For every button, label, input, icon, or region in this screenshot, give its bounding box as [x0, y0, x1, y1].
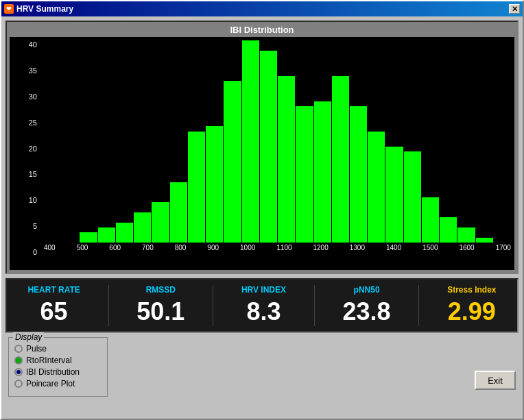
title-bar: ❤ HRV Summary ✕: [1, 1, 523, 16]
stat-value: 8.3: [246, 297, 281, 326]
close-button[interactable]: ✕: [509, 4, 520, 14]
stat-item: RMSSD50.1: [136, 285, 184, 326]
stat-divider: [213, 285, 213, 326]
bar: [134, 212, 151, 243]
stat-value: 50.1: [136, 297, 184, 326]
exit-button[interactable]: Exit: [475, 371, 516, 390]
x-axis: 400 500 600 700 800 900 1000 1100 1200 1…: [40, 243, 514, 256]
radio-item[interactable]: Poincare Plot: [14, 379, 100, 388]
radio-label: Pulse: [26, 344, 47, 354]
bar: [385, 147, 403, 243]
bar: [170, 182, 187, 243]
bar: [224, 81, 241, 243]
bar: [457, 227, 475, 243]
app-icon: ❤: [4, 4, 14, 14]
group-legend: Display: [13, 332, 44, 342]
bottom-area: Display PulseRtoRIntervalIBI Distributio…: [5, 337, 519, 397]
stat-label: HRV INDEX: [241, 285, 286, 295]
radio-circle: [14, 380, 23, 388]
bar: [152, 202, 169, 243]
bar: [314, 101, 331, 243]
bar: [260, 51, 277, 243]
chart-container: 40 35 30 25 20 15 10 5 0 400 500: [10, 37, 514, 270]
radio-circle: [14, 356, 23, 365]
content-area: IBI Distribution 40 35 30 25 20 15 10 5 …: [1, 16, 523, 401]
bar: [422, 197, 439, 243]
radio-label: Poincare Plot: [26, 379, 75, 388]
radio-item[interactable]: IBI Distribution: [14, 367, 100, 377]
stat-label: Stress Index: [447, 285, 496, 295]
y-axis: 40 35 30 25 20 15 10 5 0: [10, 37, 40, 270]
radio-circle: [14, 368, 23, 376]
stat-divider: [418, 285, 419, 326]
bar: [350, 106, 367, 243]
stat-item: Stress Index2.99: [447, 285, 496, 326]
stat-item: HRV INDEX8.3: [241, 285, 286, 326]
stat-value: 2.99: [448, 297, 496, 326]
chart-title: IBI Distribution: [10, 25, 514, 35]
bar: [242, 40, 259, 243]
bar: [404, 151, 421, 243]
stat-item: HEART RATE65: [27, 285, 80, 326]
bar: [440, 217, 457, 243]
stat-item: pNN5023.8: [343, 285, 391, 326]
radio-label: RtoRInterval: [26, 356, 72, 365]
bar: [368, 132, 385, 243]
bar: [278, 76, 295, 243]
bars-area: [40, 37, 514, 243]
stats-panel: HEART RATE65RMSSD50.1HRV INDEX8.3pNN5023…: [5, 278, 519, 333]
bar: [332, 76, 349, 243]
stat-value: 65: [40, 297, 68, 326]
stat-divider: [314, 285, 315, 326]
radio-label: IBI Distribution: [26, 367, 80, 377]
stat-divider: [108, 285, 109, 326]
window-title: HRV Summary: [16, 4, 73, 14]
bar: [476, 238, 493, 243]
chart-area: IBI Distribution 40 35 30 25 20 15 10 5 …: [5, 21, 519, 274]
main-window: ❤ HRV Summary ✕ IBI Distribution 40 35 3…: [0, 0, 524, 420]
radio-item[interactable]: RtoRInterval: [14, 356, 100, 365]
bar: [98, 227, 115, 243]
bar: [296, 106, 313, 243]
stat-label: RMSSD: [146, 285, 176, 295]
stat-value: 23.8: [343, 297, 391, 326]
display-group: Display PulseRtoRIntervalIBI Distributio…: [8, 337, 108, 397]
chart-inner: 400 500 600 700 800 900 1000 1100 1200 1…: [40, 37, 514, 270]
bar: [80, 232, 97, 243]
stat-label: pNN50: [354, 285, 380, 295]
bar: [116, 223, 133, 243]
bar: [188, 132, 205, 243]
radio-item[interactable]: Pulse: [14, 344, 100, 354]
bar: [206, 126, 223, 243]
radio-circle: [14, 345, 23, 353]
stat-label: HEART RATE: [27, 285, 80, 295]
